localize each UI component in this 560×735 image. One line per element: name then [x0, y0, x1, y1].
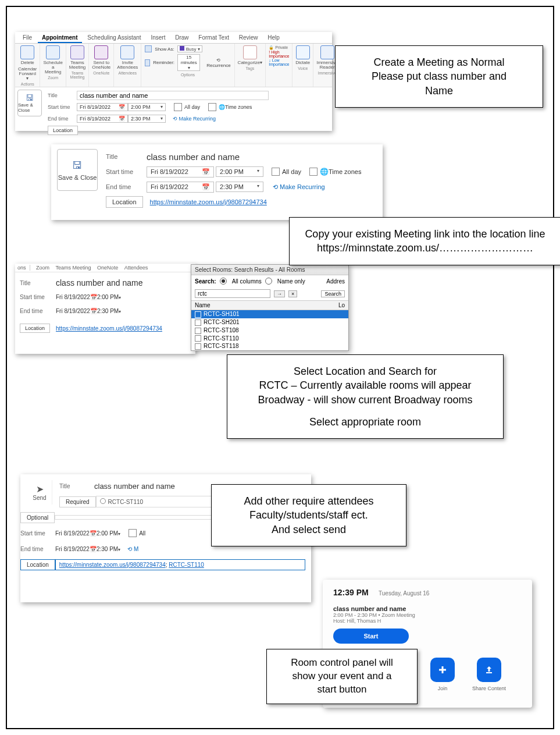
attendees-icon[interactable]	[120, 45, 134, 59]
immersive-icon[interactable]	[320, 45, 334, 59]
reminder-dropdown[interactable]: 15 minutes ▾	[177, 54, 200, 71]
start-date-picker[interactable]: Fri 8/19/2022📅	[147, 166, 214, 177]
callout-line: Broadway - will show current Broadway ro…	[238, 393, 493, 407]
tab-zoom[interactable]: Zoom	[36, 265, 49, 271]
location-button[interactable]: Location	[106, 196, 143, 208]
all-columns-radio[interactable]	[220, 278, 227, 285]
end-time-dropdown[interactable]: 2:30 PM▾	[128, 115, 166, 123]
tab-draw[interactable]: Draw	[171, 33, 192, 42]
onenote-icon[interactable]	[94, 45, 108, 59]
room-row[interactable]: RCTC-ST118	[191, 342, 348, 350]
callout-line: Create a Meeting as Normal	[346, 55, 532, 69]
save-icon: 🖫	[26, 93, 34, 102]
forward-button[interactable]: Forward ▾	[18, 72, 37, 81]
location-input[interactable]: https://minnstate.zoom.us/j/98087294734;…	[55, 559, 305, 570]
invite-attendees-button[interactable]: Invite Attendees	[117, 61, 138, 70]
tab-appointment[interactable]: Appointment	[38, 33, 82, 43]
tab-scheduling-assistant[interactable]: Scheduling Assistant	[83, 33, 145, 42]
end-time-dropdown[interactable]: 2:30 PM▾	[216, 182, 263, 192]
group-label-attendees: Attendees	[117, 71, 138, 75]
clear-button[interactable]: ×	[288, 290, 297, 297]
make-recurring-link[interactable]: ⟲ Make Recurring	[173, 116, 216, 122]
tab-review[interactable]: Review	[235, 33, 262, 42]
make-recurring-link[interactable]: ⟲ M	[127, 546, 138, 552]
callout-select-location: Select Location and Search for RCTC – Cu…	[227, 354, 504, 439]
end-time-dropdown[interactable]: 2:30 PM▾	[97, 546, 120, 552]
start-meeting-button[interactable]: Start	[333, 629, 409, 644]
meeting-form: 🖫 Save & Close Title Start time Fri 8/19…	[15, 87, 332, 136]
title-label: Title	[48, 93, 77, 98]
join-button[interactable]: Join	[430, 658, 455, 691]
schedule-meeting-button[interactable]: Schedule a Meeting	[43, 61, 62, 74]
share-icon	[477, 658, 501, 682]
teams-meeting-button[interactable]: Teams Meeting	[69, 61, 85, 70]
go-button[interactable]: →	[274, 290, 285, 297]
private-toggle[interactable]: 🔒 Private	[269, 45, 289, 50]
all-day-checkbox[interactable]	[174, 103, 182, 111]
zoom-schedule-icon[interactable]	[46, 45, 60, 59]
recurrence-button[interactable]: ⟲ Recurrence	[206, 58, 230, 68]
start-time-dropdown[interactable]: 2:00 PM▾	[97, 294, 121, 300]
dictate-button[interactable]: Dictate	[295, 61, 310, 65]
save-and-close-button[interactable]: 🖫 Save & Close	[17, 90, 42, 116]
onenote-button[interactable]: Send to OneNote	[92, 61, 110, 70]
room-row[interactable]: RCTC-SH201	[191, 318, 348, 326]
name-only-radio[interactable]	[265, 278, 272, 285]
search-results-dropdown[interactable]: Search	[321, 290, 345, 297]
high-importance-button[interactable]: ! High Importance	[269, 50, 289, 58]
location-button[interactable]: Location	[20, 324, 50, 333]
send-button[interactable]: ➤ Send	[27, 480, 52, 505]
end-date-picker[interactable]: Fri 8/19/2022📅	[56, 308, 97, 314]
share-content-button[interactable]: Share Content	[472, 658, 506, 691]
teams-icon[interactable]	[70, 45, 84, 59]
categorize-button[interactable]: Categorize▾	[238, 61, 263, 65]
end-date-picker[interactable]: Fri 8/19/2022📅	[77, 115, 128, 123]
start-date-picker[interactable]: Fri 8/19/2022📅	[56, 294, 97, 300]
delete-icon[interactable]	[20, 45, 34, 59]
end-date-picker[interactable]: Fri 8/19/2022📅	[147, 182, 214, 193]
room-row-selected[interactable]: RCTC-SH101	[191, 310, 348, 318]
make-recurring-link[interactable]: ⟲ Make Recurring	[273, 183, 325, 191]
timezones-checkbox[interactable]	[208, 103, 216, 111]
location-zoom-link[interactable]: https://minnstate.zoom.us/j/98087294734	[59, 562, 166, 568]
location-room-link[interactable]: RCTC-ST110	[169, 562, 204, 568]
send-icon: ➤	[36, 484, 44, 495]
tab-teams[interactable]: Teams Meeting	[56, 265, 91, 271]
location-link[interactable]: https://minnstate.zoom.us/j/98087294734	[56, 325, 162, 332]
start-date-picker[interactable]: Fri 8/19/2022📅	[77, 103, 128, 111]
room-search-input[interactable]	[195, 289, 270, 298]
start-time-dropdown[interactable]: 2:00 PM▾	[97, 530, 120, 537]
optional-button[interactable]: Optional	[20, 512, 55, 523]
all-day-checkbox[interactable]	[272, 168, 280, 176]
tab-help[interactable]: Help	[263, 33, 284, 42]
ribbon-group-teams: Teams Meeting Teams Meeting	[66, 44, 89, 87]
delete-button[interactable]: Delete	[18, 61, 37, 65]
save-and-close-button[interactable]: 🖫 Save & Close	[57, 149, 98, 191]
tab-file[interactable]: File	[19, 33, 36, 42]
show-as-dropdown[interactable]: Busy ▾	[177, 45, 202, 52]
location-link[interactable]: https://minnstate.zoom.us/j/98087294734	[150, 198, 267, 205]
timezones-checkbox[interactable]	[309, 168, 318, 176]
callout-room-panel: Room control panel will show your event …	[266, 649, 418, 704]
start-time-dropdown[interactable]: 2:00 PM▾	[128, 103, 166, 111]
room-row[interactable]: RCTC-ST108	[191, 326, 348, 335]
start-time-dropdown[interactable]: 2:00 PM▾	[216, 166, 263, 177]
location-button[interactable]: Location	[48, 126, 78, 135]
tab-format-text[interactable]: Format Text	[194, 33, 233, 42]
tab-attendees[interactable]: Attendees	[124, 265, 148, 271]
all-day-checkbox[interactable]	[129, 529, 137, 537]
start-date-picker[interactable]: Fri 8/19/2022📅	[55, 530, 97, 537]
title-input[interactable]	[77, 91, 269, 100]
room-icon	[195, 311, 201, 318]
categorize-icon[interactable]	[243, 45, 257, 59]
tab-onenote[interactable]: OneNote	[97, 265, 118, 271]
title-text: class number and name	[147, 152, 240, 162]
end-time-dropdown[interactable]: 2:30 PM▾	[97, 308, 121, 314]
location-button[interactable]: Location	[20, 559, 55, 570]
low-importance-button[interactable]: ↓ Low Importance	[269, 58, 289, 66]
tab-insert[interactable]: Insert	[147, 33, 169, 42]
end-date-picker[interactable]: Fri 8/19/2022📅	[55, 546, 97, 552]
dictate-icon[interactable]	[296, 45, 310, 59]
required-button[interactable]: Required	[59, 496, 96, 507]
room-row[interactable]: RCTC-ST110	[191, 335, 348, 343]
